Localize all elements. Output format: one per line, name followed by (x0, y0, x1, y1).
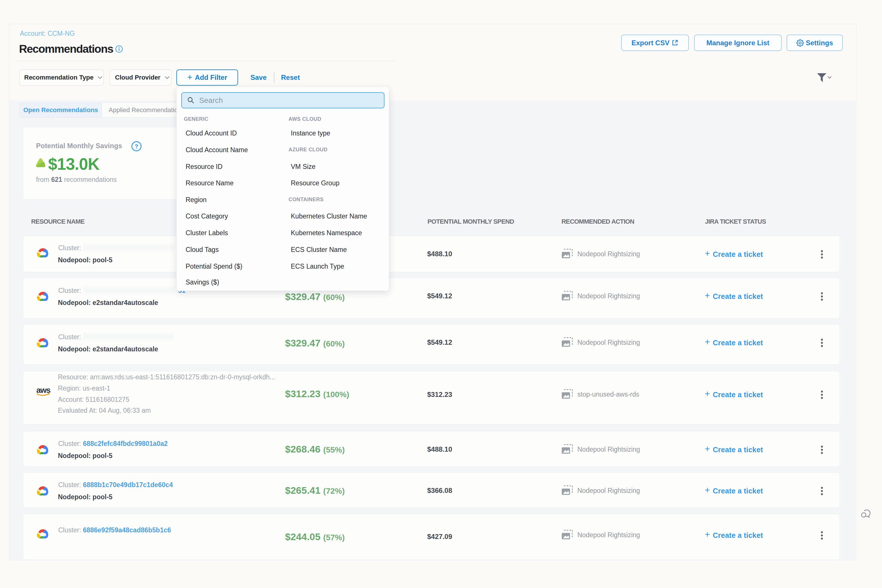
svg-text:?: ? (135, 143, 138, 150)
